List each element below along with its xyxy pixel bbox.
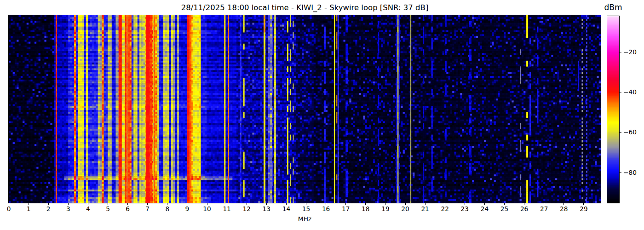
x-tick-label: 26 bbox=[520, 206, 528, 213]
x-tick-label: 21 bbox=[421, 206, 429, 213]
colorbar-canvas bbox=[607, 16, 619, 203]
spectrogram-figure: 28/11/2025 18:00 local time - KIWI_2 - S… bbox=[0, 0, 644, 230]
colorbar-tick-mark bbox=[620, 132, 621, 133]
x-axis-label: MHz bbox=[9, 215, 601, 223]
x-tick-label: 1 bbox=[27, 206, 31, 213]
x-tick-label: 9 bbox=[185, 206, 190, 213]
x-tick-label: 11 bbox=[223, 206, 230, 213]
x-tick-label: 13 bbox=[263, 206, 270, 213]
x-tick-label: 23 bbox=[461, 206, 469, 213]
x-tick-label: 17 bbox=[342, 206, 350, 213]
plot-area bbox=[8, 15, 601, 203]
x-tick-label: 2 bbox=[46, 206, 51, 213]
colorbar bbox=[607, 16, 620, 203]
x-tick-label: 3 bbox=[66, 206, 70, 213]
x-tick-label: 4 bbox=[86, 206, 90, 213]
x-tick-label: 24 bbox=[481, 206, 489, 213]
x-tick-label: 7 bbox=[145, 206, 150, 213]
x-tick-label: 27 bbox=[540, 206, 548, 213]
colorbar-tick-label: −60 bbox=[623, 129, 637, 136]
x-tick-label: 20 bbox=[401, 206, 409, 213]
x-tick-label: 8 bbox=[165, 206, 169, 213]
colorbar-tick-mark bbox=[620, 172, 621, 173]
x-tick-label: 18 bbox=[362, 206, 369, 213]
colorbar-tick-label: −40 bbox=[623, 89, 637, 96]
chart-title: 28/11/2025 18:00 local time - KIWI_2 - S… bbox=[9, 3, 601, 12]
colorbar-tick-label: −80 bbox=[623, 170, 637, 176]
x-tick-label: 5 bbox=[106, 206, 110, 213]
x-tick-label: 14 bbox=[282, 206, 290, 213]
x-tick-label: 29 bbox=[580, 206, 587, 213]
x-tick-label: 16 bbox=[322, 206, 330, 213]
colorbar-tick-mark bbox=[620, 92, 621, 92]
x-tick-label: 12 bbox=[242, 206, 250, 213]
x-tick-label: 22 bbox=[441, 206, 449, 213]
x-tick-label: 25 bbox=[500, 206, 508, 213]
waterfall-canvas bbox=[9, 15, 601, 203]
colorbar-title: dBm bbox=[599, 3, 627, 12]
colorbar-tick-label: −20 bbox=[623, 49, 637, 56]
x-tick-label: 15 bbox=[302, 206, 310, 213]
x-tick-label: 19 bbox=[381, 206, 389, 213]
x-tick-label: 10 bbox=[203, 206, 211, 213]
colorbar-tick-mark bbox=[620, 52, 621, 52]
x-tick-label: 0 bbox=[7, 206, 11, 213]
x-tick-label: 6 bbox=[126, 206, 130, 213]
x-tick-label: 28 bbox=[560, 206, 568, 213]
